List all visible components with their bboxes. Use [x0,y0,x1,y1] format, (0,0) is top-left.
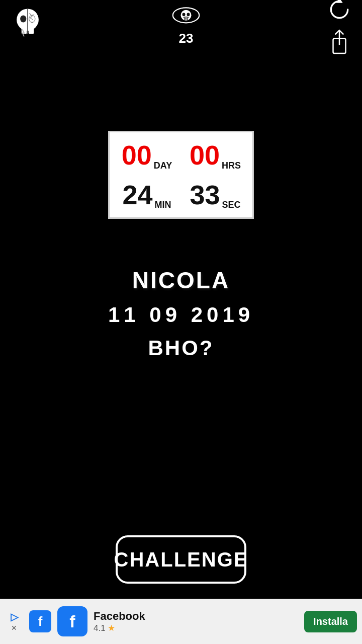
min-cell: 24 MIN [114,176,180,214]
name-display: NICOLA [132,267,230,294]
hrs-cell: 00 HRS [182,136,248,174]
ad-install-button[interactable]: Installa [304,611,357,632]
question-display: BHO? [148,336,214,360]
days-value: 00 [122,141,152,169]
ad-star-icon: ★ [108,623,115,633]
svg-rect-2 [29,28,34,34]
svg-point-9 [187,13,190,16]
date-display: 11 09 2019 [108,303,254,327]
sec-value: 33 [190,181,220,208]
share-button[interactable] [327,28,352,53]
ad-banner: ▷ ✕ f f Facebook 4.1 ★ Installa [0,599,362,644]
svg-marker-10 [336,0,342,3]
sec-cell: 33 SEC [182,176,248,214]
ad-rating: 4.1 ★ [94,623,298,633]
eye-skull-counter: 23 [171,5,201,46]
skull-logo[interactable] [10,7,45,44]
ad-fb-small-icon: f [29,610,51,632]
sec-label: SEC [222,200,241,213]
timer-container: 00 DAY 00 HRS 24 MIN 33 SEC [108,131,254,219]
ad-fb-large-icon: f [57,606,87,636]
svg-point-7 [181,10,192,20]
ad-text: Facebook 4.1 ★ [94,610,298,633]
min-value: 24 [122,181,152,208]
header: 23 [0,0,362,50]
hrs-label: HRS [222,160,241,174]
ad-close-icon: ✕ [11,624,17,632]
content-area: NICOLA 11 09 2019 BHO? [0,267,362,360]
counter-value: 23 [179,31,194,46]
ad-play-icon: ▷ [11,611,18,623]
hrs-value: 00 [190,141,220,169]
ad-app-name: Facebook [94,610,298,623]
svg-point-8 [183,13,186,16]
svg-point-3 [20,16,26,23]
refresh-button[interactable] [327,0,352,22]
right-icons [327,0,352,53]
challenge-button[interactable]: CHALLENGE [116,535,246,584]
days-cell: 00 DAY [114,136,180,174]
ad-close-button[interactable]: ▷ ✕ [5,612,23,630]
days-label: DAY [154,160,172,174]
min-label: MIN [155,200,171,213]
timer-box: 00 DAY 00 HRS 24 MIN 33 SEC [108,131,254,219]
